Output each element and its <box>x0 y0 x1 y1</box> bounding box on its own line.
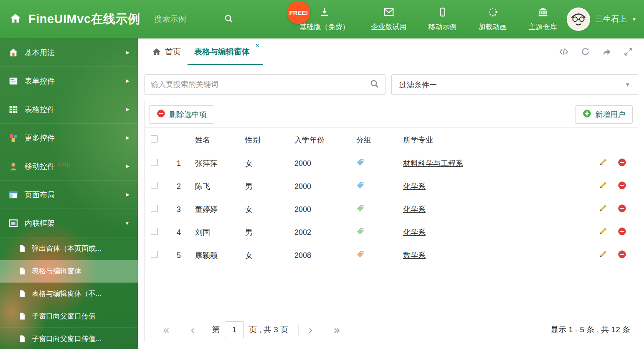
nav-item-enterprise-trial[interactable]: 企业版试用 <box>360 7 418 32</box>
home-icon <box>9 12 22 26</box>
bank-icon <box>538 7 548 19</box>
group-tag-icon <box>356 158 364 166</box>
delete-row-button[interactable] <box>618 204 626 213</box>
delete-row-button[interactable] <box>618 181 626 190</box>
sidebar-item-page-layout[interactable]: 页面布局 ▶ <box>0 181 138 209</box>
tab-grid-edit-window[interactable]: 表格与编辑窗体 × <box>188 38 263 65</box>
row-number: 5 <box>172 251 195 260</box>
last-page-button[interactable]: » <box>334 325 340 335</box>
sidebar-item-iframe[interactable]: 内联框架 ▼ <box>0 209 138 237</box>
edit-row-button[interactable] <box>598 227 607 236</box>
row-checkbox[interactable] <box>151 159 158 166</box>
cell-year: 2000 <box>294 182 356 191</box>
header-search-input[interactable] <box>155 15 217 24</box>
row-checkbox[interactable] <box>151 182 158 189</box>
cubes-icon <box>8 133 18 143</box>
row-checkbox[interactable] <box>151 228 158 235</box>
expand-icon[interactable] <box>624 47 633 56</box>
user-avatar <box>567 8 590 31</box>
select-all-checkbox[interactable] <box>151 135 158 143</box>
row-checkbox[interactable] <box>151 251 158 258</box>
keyword-search-input[interactable] <box>151 80 370 89</box>
edit-row-button[interactable] <box>598 181 607 190</box>
layout-icon <box>8 190 18 200</box>
filter-dropdown-value: 过滤条件一 <box>399 80 437 90</box>
user-menu[interactable]: 三生石上 ▼ <box>567 0 636 38</box>
cell-name: 康颖颖 <box>195 250 245 260</box>
row-number: 4 <box>172 228 195 237</box>
table-row: 3 董婷婷 女 2000 化学系 <box>145 198 638 221</box>
tab-home[interactable]: 首页 <box>145 38 188 65</box>
major-link[interactable]: 化学系 <box>403 205 426 214</box>
chevron-right-icon: ▶ <box>126 163 129 169</box>
file-icon <box>18 335 26 343</box>
pager-divider <box>298 325 299 335</box>
share-icon[interactable] <box>602 47 612 57</box>
page-number-input[interactable] <box>225 321 244 338</box>
sidebar-subitem-child-to-parent[interactable]: 子窗口向父窗口传值 <box>0 305 138 328</box>
sidebar-item-form-controls[interactable]: 表单控件 ▶ <box>0 67 138 95</box>
nav-item-mobile-demo[interactable]: 移动示例 <box>418 7 468 32</box>
major-link[interactable]: 数学系 <box>403 251 426 260</box>
sidebar-subitem-grid-edit-window[interactable]: 表格与编辑窗体 <box>0 260 138 283</box>
sidebar-subitem-child-to-parent-2[interactable]: 子窗口向父窗口传值... <box>0 328 138 349</box>
page-prefix-label: 第 <box>212 324 220 335</box>
refresh-icon[interactable] <box>581 47 590 56</box>
edit-row-button[interactable] <box>598 204 607 213</box>
col-name: 姓名 <box>195 135 245 145</box>
sidebar-item-more-controls[interactable]: 更多控件 ▶ <box>0 124 138 152</box>
frame-icon <box>8 218 18 228</box>
sidebar-subitem-popup-window[interactable]: 弹出窗体（本页面或... <box>0 237 138 260</box>
sidebar: 基本用法 ▶ 表单控件 ▶ 表格控件 ▶ 更多控件 ▶ 移动控件 Cor <box>0 38 138 349</box>
spinner-icon <box>487 7 498 19</box>
caret-down-icon: ▼ <box>625 82 630 88</box>
delete-selected-button[interactable]: 删除选中项 <box>149 105 214 124</box>
major-link[interactable]: 化学系 <box>403 182 426 191</box>
sidebar-item-mobile-controls[interactable]: 移动控件 Corp. ▶ <box>0 152 138 181</box>
brand[interactable]: FineUIMvc在线示例 <box>0 11 150 28</box>
group-tag-icon <box>356 250 364 258</box>
source-code-icon[interactable] <box>559 47 569 57</box>
table-row: 4 刘国 男 2002 化学系 <box>145 221 638 244</box>
chevron-right-icon: ▶ <box>126 50 129 55</box>
keyword-search-box <box>145 74 385 95</box>
cell-year: 2000 <box>294 159 356 168</box>
minus-circle-icon <box>157 109 165 120</box>
cell-name: 刘国 <box>195 227 245 237</box>
download-icon <box>319 7 330 19</box>
major-link[interactable]: 化学系 <box>403 228 426 237</box>
mobile-icon <box>438 7 448 19</box>
filter-dropdown[interactable]: 过滤条件一 ▼ <box>391 74 638 95</box>
first-page-button[interactable]: « <box>163 325 169 335</box>
next-page-button[interactable]: › <box>309 325 312 335</box>
chevron-right-icon: ▶ <box>126 78 129 84</box>
close-icon[interactable]: × <box>255 42 259 49</box>
prev-page-button[interactable]: ‹ <box>191 325 194 335</box>
search-icon[interactable] <box>224 14 233 25</box>
nav-item-loading-animation[interactable]: 加载动画 <box>468 7 518 32</box>
delete-row-button[interactable] <box>618 250 626 259</box>
edit-row-button[interactable] <box>598 158 607 167</box>
header-search <box>155 14 242 25</box>
sidebar-subitem-grid-edit-window-2[interactable]: 表格与编辑窗体（不... <box>0 283 138 305</box>
chevron-right-icon: ▶ <box>126 192 129 197</box>
major-link[interactable]: 材料科学与工程系 <box>403 159 463 168</box>
delete-row-button[interactable] <box>618 227 626 236</box>
tab-strip: 首页 表格与编辑窗体 × <box>138 38 644 65</box>
file-icon <box>18 290 26 298</box>
nav-item-theme-repo[interactable]: 主题仓库 <box>518 7 568 32</box>
search-icon[interactable] <box>370 79 379 90</box>
file-icon <box>18 267 26 275</box>
cell-name: 陈飞 <box>195 181 245 191</box>
add-user-button[interactable]: 新增用户 <box>575 105 633 124</box>
record-summary: 显示 1 - 5 条 , 共 12 条 <box>550 324 630 335</box>
delete-row-button[interactable] <box>618 158 626 167</box>
col-major: 所学专业 <box>403 135 598 145</box>
col-gender: 性别 <box>245 135 294 145</box>
edit-row-button[interactable] <box>598 250 607 259</box>
col-year: 入学年份 <box>294 135 356 145</box>
sidebar-item-grid-controls[interactable]: 表格控件 ▶ <box>0 95 138 124</box>
cell-gender: 女 <box>245 158 294 168</box>
sidebar-item-basic-usage[interactable]: 基本用法 ▶ <box>0 38 138 67</box>
row-checkbox[interactable] <box>151 205 158 212</box>
